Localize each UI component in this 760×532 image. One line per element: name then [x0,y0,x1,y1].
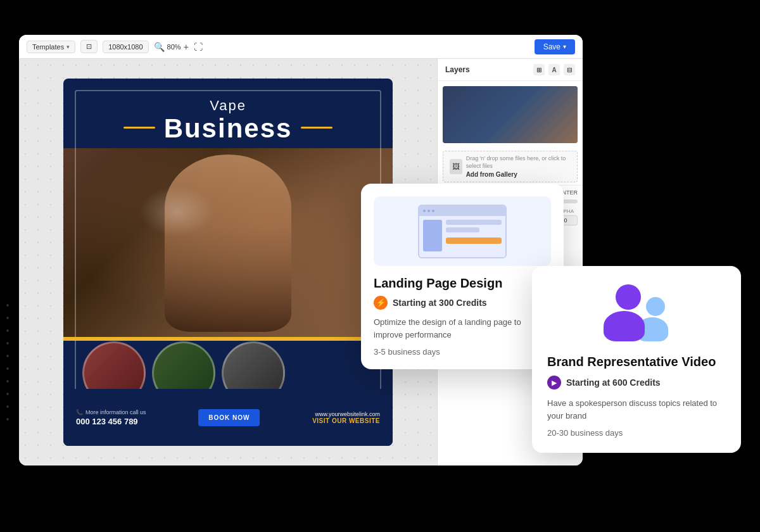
layers-thumb-inner [443,86,578,143]
preview-line-2 [446,227,479,232]
vape-title: Vape [63,98,393,114]
brand-credits: ▶ Starting at 600 Credits [547,376,726,390]
brand-description: Have a spokesperson discuss topics relat… [547,397,726,422]
templates-label: Templates [32,43,64,51]
zoom-control: 🔍 80% + [154,42,189,52]
dash-left [124,127,155,129]
preview-dot-1 [423,210,426,212]
canvas-size: 1080x1080 [103,41,148,53]
brand-card-title: Brand Representative Video [547,355,726,369]
preview-content [446,220,502,251]
landing-card-preview [374,196,551,266]
brand-credits-text: Starting at 600 Credits [566,377,661,388]
drag-text: Drag 'n' drop some files here, or click … [466,155,571,170]
phone-info: 📞 More information call us 000 123 456 7… [76,409,146,426]
phone-label: More information call us [86,409,146,415]
zoom-in-button[interactable]: + [184,42,189,52]
yellow-bar [63,337,393,341]
landing-preview-inner [418,205,507,258]
visit-url: www.yourwebsitelink.com [312,411,380,417]
expand-icon[interactable]: ⛶ [194,42,203,52]
person-body-large [604,311,645,341]
add-from-gallery-button[interactable]: 🖼 Drag 'n' drop some files here, or clic… [443,151,578,182]
preview-header [419,206,505,216]
layers-thumbnail [443,86,578,143]
person-icon-small [643,297,668,341]
layers-header-icons: ⊞ A ⊟ [533,64,575,75]
layers-header: Layers ⊞ A ⊟ [438,59,583,81]
templates-button[interactable]: Templates ▾ [27,41,75,53]
landing-credits-icon: ⚡ [374,296,388,310]
dash-right [301,127,332,129]
crop-button[interactable]: ⊡ [80,40,98,53]
gallery-icon: 🖼 [450,159,462,174]
preview-cta [446,238,502,244]
business-text: Business [164,113,293,144]
person-head-small [646,297,665,316]
zoom-level: 80% [167,43,181,51]
brand-credits-icon: ▶ [547,376,561,390]
templates-arrow-icon: ▾ [66,44,70,50]
visit-info: www.yourwebsitelink.com VISIT OUR WEBSIT… [312,411,380,424]
crop-icon: ⊡ [86,42,92,51]
person-icon-large [611,284,645,341]
layers-icon-3[interactable]: ⊟ [564,64,575,75]
layers-icon-2[interactable]: A [548,64,560,75]
brand-days: 20-30 business days [547,428,726,438]
preview-dot-3 [432,210,434,212]
preview-sidebar [423,220,442,251]
gallery-area: Drag 'n' drop some files here, or click … [466,155,571,178]
landing-days: 3-5 business days [374,347,551,357]
layers-icon-1[interactable]: ⊞ [533,64,545,75]
add-gallery-label: Add from Gallery [466,171,571,178]
design-canvas: Vape Business [63,79,393,446]
landing-description: Optimize the design of a landing page to… [374,316,551,341]
brand-preview [547,281,726,345]
preview-dot-2 [428,210,430,212]
save-label: Save [543,42,560,51]
phone-icon-wrap: 📞 More information call us [76,409,146,415]
zoom-out-button[interactable]: 🔍 [154,42,165,52]
landing-credits-text: Starting at 300 Credits [393,298,487,308]
person-head-large [616,284,641,310]
preview-line-1 [446,220,502,225]
save-arrow-icon: ▾ [563,43,566,50]
brand-rep-card: Brand Representative Video ▶ Starting at… [532,266,741,453]
editor-toolbar: Templates ▾ ⊡ 1080x1080 🔍 80% + ⛶ Save ▾ [19,35,583,59]
preview-body [419,216,505,255]
layers-title: Layers [445,65,470,74]
landing-card-title: Landing Page Design [374,276,551,291]
landing-credits: ⚡ Starting at 300 Credits [374,296,551,310]
book-now-button[interactable]: BOOK NOW [198,409,260,426]
vape-business: Business [63,113,393,144]
canvas-bottom-bar: 📞 More information call us 000 123 456 7… [63,389,393,446]
phone-icon: 📞 [76,409,83,415]
phone-number: 000 123 456 789 [76,417,146,426]
visit-cta: VISIT OUR WEBSITE [312,417,380,424]
save-button[interactable]: Save ▾ [535,39,575,54]
person-group [605,284,668,341]
